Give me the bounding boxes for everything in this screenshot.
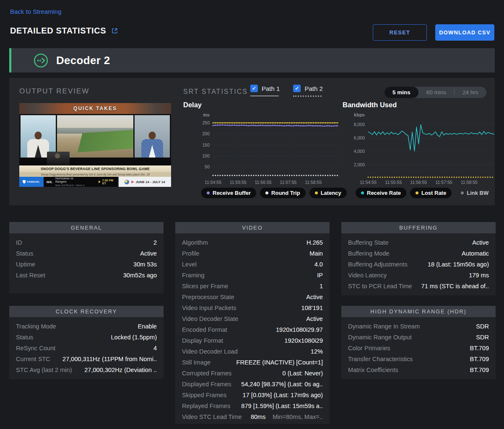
legend-dot <box>207 191 210 194</box>
stat-label: Buffering Mode <box>348 250 390 257</box>
checkbox-icon[interactable]: ✓ <box>293 85 301 92</box>
download-csv-button[interactable]: DOWNLOAD CSV <box>435 24 494 41</box>
stat-row-algorithm: AlgorithmH.265 <box>175 237 330 248</box>
svg-text:11:57:55: 11:57:55 <box>280 180 296 185</box>
stat-label: Matrix Coefficients <box>348 366 398 374</box>
stat-label: Video Decoder Load <box>182 348 238 355</box>
clock-recovery-card: CLOCK RECOVERY Tracking ModeEnableStatus… <box>9 306 164 379</box>
time-range-option-5-mins[interactable]: 5 mins <box>384 87 418 98</box>
stat-label: Tracking Mode <box>16 323 56 330</box>
delay-chart-legend: Receive BufferRound TripLatency <box>201 188 347 198</box>
stat-label: Video STC Lead Time <box>182 413 242 421</box>
svg-text:11:58:55: 11:58:55 <box>305 180 322 185</box>
stat-value: 1920x1080i29 <box>284 337 323 344</box>
stat-label: Displayed Frames <box>182 380 231 388</box>
stat-label: Video Decoder State <box>182 315 238 323</box>
stat-label: Status <box>16 333 33 341</box>
legend-latency[interactable]: Latency <box>309 188 347 198</box>
external-link-icon[interactable] <box>111 27 118 34</box>
play-triangle-icon <box>99 181 101 183</box>
legend-dot <box>361 191 364 194</box>
svg-text:50: 50 <box>205 164 210 169</box>
path-label: Path 2 <box>304 85 322 92</box>
stat-row-dynamic-range-output: Dynamic Range OutputSDR <box>341 332 496 343</box>
stat-value: 12% <box>311 348 323 355</box>
stat-row-current-stc: Current STC27,000,311Hz (11PPM from Nomi… <box>9 354 164 364</box>
stat-label: Level <box>182 261 197 268</box>
stat-value: SDR <box>476 323 489 330</box>
stat-row-video-stc-lead-time: Video STC Lead Time80msMin=80ms, Max=.. <box>175 411 330 422</box>
legend-round-trip[interactable]: Round Trip <box>260 188 306 198</box>
stat-value: FREEZE (INACTIVE) [Count=1] <box>236 359 323 366</box>
stat-row-buffering-state: Buffering StateActive <box>341 237 496 248</box>
stat-label: Encoded Format <box>182 326 227 333</box>
general-card: GENERAL ID2StatusActiveUptime30m 53sLast… <box>9 222 164 293</box>
stat-label: Video Latency <box>348 271 387 279</box>
svg-text:6,000: 6,000 <box>354 135 365 140</box>
fanduel-shield-icon <box>23 180 26 184</box>
time-range-option-60-mins[interactable]: 60 mins <box>418 87 454 98</box>
legend-receive-buffer[interactable]: Receive Buffer <box>201 188 256 198</box>
stat-value: SDR <box>476 333 489 341</box>
path-toggle-path-2[interactable]: ✓Path 2 <box>293 85 322 97</box>
buffering-card-title: BUFFERING <box>341 222 496 233</box>
thumb-subheadline: Snoop Dogg Arizona Bowl presented by Gin… <box>41 173 149 176</box>
output-review-thumbnail: QUICK TAKES SNOOP DOGG'S BEVERAGE LINE S… <box>19 103 171 187</box>
time-range-option-24-hrs[interactable]: 24 hrs <box>455 87 486 98</box>
stat-value: 4.0 <box>314 261 323 268</box>
stat-row-level: Level4.0 <box>175 259 330 270</box>
path-toggle-path-1[interactable]: ✓Path 1 <box>250 85 280 97</box>
stat-value: BT.709 <box>470 366 489 374</box>
stat-label: Still Image <box>182 359 210 366</box>
stat-label: Current STC <box>16 355 50 363</box>
ticker-dates: JUNE 14 - JULY 14 <box>136 180 165 184</box>
stat-value: 80ms <box>251 413 266 421</box>
svg-text:100: 100 <box>202 153 210 158</box>
legend-receive-rate[interactable]: Receive Rate <box>356 188 406 198</box>
svg-text:11:58:55: 11:58:55 <box>461 180 478 185</box>
legend-lost-rate[interactable]: Lost Rate <box>410 188 452 198</box>
thumb-stadium <box>57 115 133 158</box>
stat-label: Transfer Characteristics <box>348 355 413 363</box>
checkbox-icon[interactable]: ✓ <box>250 85 258 92</box>
stat-value: 0 (Last: Never) <box>282 370 323 377</box>
stat-label: Color Primaries <box>348 344 390 352</box>
svg-text:250: 250 <box>202 120 210 125</box>
bandwidth-chart-title: Bandwidth Used <box>343 101 397 109</box>
stat-value: Active <box>140 250 157 257</box>
legend-dot <box>416 191 418 194</box>
thumb-main <box>19 114 171 158</box>
legend-label: Link BW <box>467 190 488 196</box>
legend-link-bw[interactable]: Link BW <box>455 188 494 198</box>
stat-value: Active <box>306 293 323 301</box>
legend-label: Round Trip <box>271 190 300 196</box>
buffering-card: BUFFERING Buffering StateActiveBuffering… <box>341 222 496 295</box>
stat-row-skipped-frames: Skipped Frames17 [0.03%] (Last: 17m9s ag… <box>175 390 330 401</box>
path-line-style-dotted <box>293 96 322 97</box>
stat-value: BT.709 <box>470 355 489 363</box>
stat-label: Skipped Frames <box>182 391 226 399</box>
reset-button[interactable]: RESET <box>373 24 427 41</box>
stat-value: 2 <box>153 239 157 246</box>
stat-row-tracking-mode: Tracking ModeEnable <box>9 321 164 332</box>
ticker-matchup: Hurricanes vs Rangers <box>55 177 85 184</box>
back-to-streaming-link[interactable]: Back to Streaming <box>10 8 62 15</box>
legend-dot <box>315 191 318 194</box>
stat-label: Corrupted Frames <box>182 370 231 377</box>
copa-logo-icon <box>125 180 129 184</box>
stat-label: Profile <box>182 250 199 257</box>
stat-row-color-primaries: Color PrimariesBT.709 <box>341 343 496 354</box>
bandwidth-chart: kbps2,0004,0006,0008,00011:54:5511:55:55… <box>347 111 503 185</box>
svg-text:11:54:55: 11:54:55 <box>360 180 377 185</box>
stat-row-framing: FramingIP <box>175 270 330 281</box>
thumb-strip <box>19 158 171 165</box>
ticker-time: 7:00 PM ET <box>102 179 118 185</box>
ticker-right-panel: ➤ JUNE 14 - JULY 14 <box>118 177 171 187</box>
fanduel-logo: FANDUEL <box>19 177 44 187</box>
stat-label: STC Avg (last 2 min) <box>16 366 72 374</box>
stat-row-transfer-characteristics: Transfer CharacteristicsBT.709 <box>341 354 496 364</box>
stat-value: Automatic <box>462 250 489 257</box>
stat-row-encoded-format: Encoded Format1920x1080i29.97 <box>175 324 330 335</box>
thumb-mini-photo <box>47 152 70 165</box>
stat-value: 108'191 <box>301 304 323 312</box>
